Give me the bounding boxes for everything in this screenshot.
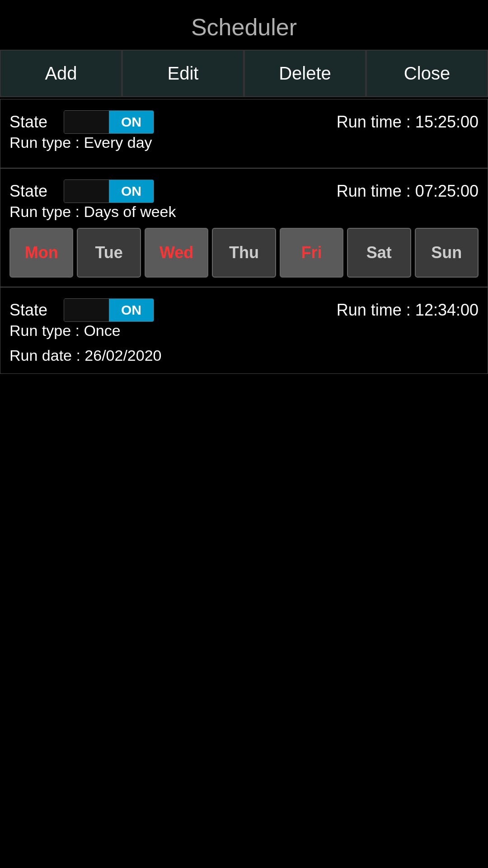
days-row: Mon Tue Wed Thu Fri Sat Sun bbox=[9, 228, 479, 278]
day-sat[interactable]: Sat bbox=[347, 228, 411, 278]
schedule-card-2: State ON Run time : 07:25:00 Run type : … bbox=[0, 168, 488, 287]
run-time-1: Run time : 15:25:00 bbox=[337, 113, 479, 132]
add-button[interactable]: Add bbox=[0, 50, 122, 97]
schedule-card-1: State ON Run time : 15:25:00 Run type : … bbox=[0, 99, 488, 168]
state-label-1: State bbox=[9, 113, 55, 132]
day-sun[interactable]: Sun bbox=[415, 228, 479, 278]
day-wed[interactable]: Wed bbox=[145, 228, 208, 278]
run-type-2: Run type : Days of week bbox=[9, 203, 479, 221]
state-label-2: State bbox=[9, 182, 55, 201]
edit-button[interactable]: Edit bbox=[122, 50, 244, 97]
run-type-3: Run type : Once bbox=[9, 322, 479, 340]
schedule-card-3: State ON Run time : 12:34:00 Run type : … bbox=[0, 287, 488, 374]
day-tue[interactable]: Tue bbox=[77, 228, 141, 278]
toggle-switch-2[interactable]: ON bbox=[64, 179, 154, 203]
toolbar: Add Edit Delete Close bbox=[0, 50, 488, 97]
schedule-list: State ON Run time : 15:25:00 Run type : … bbox=[0, 99, 488, 374]
toggle-on-label-1: ON bbox=[109, 111, 154, 133]
toggle-on-label-3: ON bbox=[109, 299, 154, 321]
page-title: Scheduler bbox=[0, 0, 488, 50]
day-fri[interactable]: Fri bbox=[280, 228, 343, 278]
toggle-switch-3[interactable]: ON bbox=[64, 298, 154, 322]
delete-button[interactable]: Delete bbox=[244, 50, 366, 97]
toggle-on-label-2: ON bbox=[109, 180, 154, 203]
toggle-switch-1[interactable]: ON bbox=[64, 110, 154, 134]
close-button[interactable]: Close bbox=[366, 50, 488, 97]
run-date-3: Run date : 26/02/2020 bbox=[9, 347, 479, 364]
state-label-3: State bbox=[9, 301, 55, 320]
run-time-3: Run time : 12:34:00 bbox=[337, 301, 479, 320]
day-thu[interactable]: Thu bbox=[212, 228, 276, 278]
day-mon[interactable]: Mon bbox=[9, 228, 73, 278]
run-type-1: Run type : Every day bbox=[9, 134, 479, 151]
run-time-2: Run time : 07:25:00 bbox=[337, 182, 479, 201]
